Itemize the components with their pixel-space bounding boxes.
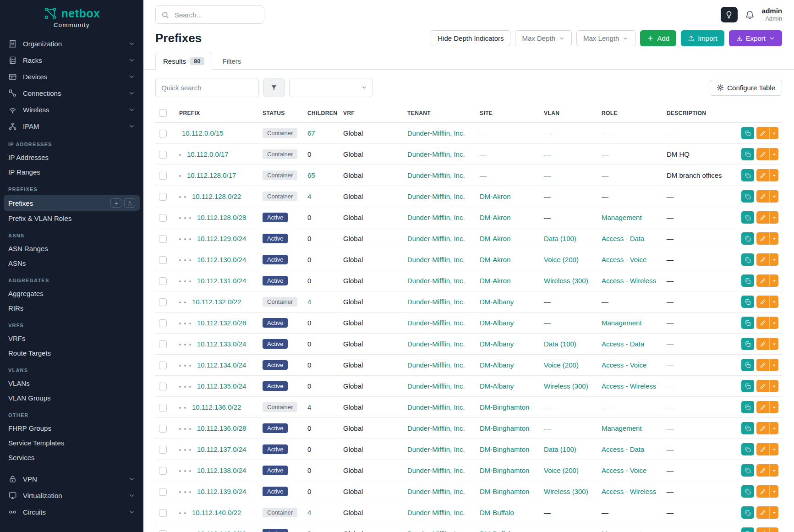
role-link[interactable]: Access - Wireless [602,488,656,495]
column-header-vlan[interactable]: VLAN [540,104,598,123]
edit-button[interactable] [756,296,769,308]
sidebar-item-asns[interactable]: ASNs [4,256,140,270]
brand[interactable]: netbox Community [0,6,143,28]
sidebar-item-vlan-groups[interactable]: VLAN Groups [4,391,140,405]
row-actions-dropdown[interactable] [769,296,778,308]
site-link[interactable]: DM-Binghamton [480,466,529,474]
row-actions-dropdown[interactable] [769,401,778,413]
row-actions-dropdown[interactable] [769,127,778,139]
row-actions-dropdown[interactable] [769,190,778,203]
column-header-vrf[interactable]: VRF [340,104,404,123]
site-link[interactable]: DM-Akron [480,277,511,285]
tenant-link[interactable]: Dunder-Mifflin, Inc. [407,488,465,495]
role-link[interactable]: Access - Data [602,445,644,453]
sidebar-item-ipam[interactable]: IPAM [4,118,140,134]
row-checkbox[interactable] [159,235,167,243]
max-length-dropdown[interactable]: Max Length [576,30,635,46]
quick-import-button[interactable] [124,198,135,208]
column-header-prefix[interactable]: PREFIX [175,104,259,123]
children-count-link[interactable]: 4 [307,509,311,516]
sidebar-item-racks[interactable]: Racks [4,52,140,68]
copy-button[interactable] [741,296,754,308]
site-link[interactable]: DM-Albany [480,319,514,327]
prefix-link[interactable]: 10.112.132.0/22 [192,298,241,306]
copy-button[interactable] [741,527,754,532]
site-link[interactable]: DM-Binghamton [480,445,529,453]
column-header-tenant[interactable]: TENANT [404,104,476,123]
role-link[interactable]: Access - Data [602,340,644,348]
sidebar-item-vpn[interactable]: VPN [4,471,140,487]
sidebar-item-rirs[interactable]: RIRs [4,301,140,315]
prefix-link[interactable]: 10.112.140.0/28 [197,530,246,532]
tenant-link[interactable]: Dunder-Mifflin, Inc. [407,466,465,474]
column-header-role[interactable]: ROLE [598,104,663,123]
copy-button[interactable] [741,380,754,392]
prefix-link[interactable]: 10.112.138.0/24 [197,466,246,474]
tenant-link[interactable]: Dunder-Mifflin, Inc. [407,424,465,432]
copy-button[interactable] [741,274,754,287]
tenant-link[interactable]: Dunder-Mifflin, Inc. [407,214,465,221]
children-count-link[interactable]: 4 [307,192,311,200]
tenant-link[interactable]: Dunder-Mifflin, Inc. [407,445,465,453]
site-link[interactable]: DM-Albany [480,340,514,348]
row-actions-dropdown[interactable] [769,506,778,519]
row-checkbox[interactable] [159,172,167,180]
tenant-link[interactable]: Dunder-Mifflin, Inc. [407,509,465,516]
edit-button[interactable] [756,443,769,455]
vlan-link[interactable]: Voice (200) [544,361,579,369]
global-search-input[interactable] [174,11,258,19]
row-checkbox[interactable] [159,446,167,454]
row-actions-dropdown[interactable] [769,317,778,329]
role-link[interactable]: Access - Data [602,235,644,242]
import-button[interactable]: Import [681,30,724,46]
site-link[interactable]: DM-Akron [480,192,511,200]
edit-button[interactable] [756,527,769,532]
site-link[interactable]: DM-Buffalo [480,509,514,516]
row-checkbox[interactable] [159,488,167,496]
tenant-link[interactable]: Dunder-Mifflin, Inc. [407,277,465,285]
row-checkbox[interactable] [159,256,167,264]
vlan-link[interactable]: Voice (200) [544,466,579,474]
tenant-link[interactable]: Dunder-Mifflin, Inc. [407,319,465,327]
row-actions-dropdown[interactable] [769,464,778,477]
site-link[interactable]: DM-Binghamton [480,488,529,495]
copy-button[interactable] [741,443,754,455]
copy-button[interactable] [741,127,754,139]
sidebar-item-connections[interactable]: Connections [4,85,140,101]
copy-button[interactable] [741,485,754,498]
theme-toggle-button[interactable] [721,7,738,22]
row-checkbox[interactable] [159,151,167,159]
sidebar-item-vlans[interactable]: VLANs [4,376,140,390]
tenant-link[interactable]: Dunder-Mifflin, Inc. [407,235,465,242]
sidebar-item-circuits[interactable]: Circuits [4,504,140,520]
sidebar-item-ip-addresses[interactable]: IP Addresses [4,150,140,165]
tenant-link[interactable]: Dunder-Mifflin, Inc. [407,192,465,200]
saved-filter-select[interactable] [289,78,372,97]
edit-button[interactable] [756,359,769,371]
row-checkbox[interactable] [159,193,167,201]
notifications-bell-icon[interactable] [745,10,755,20]
row-actions-dropdown[interactable] [769,422,778,434]
prefix-link[interactable]: 10.112.132.0/28 [197,319,246,327]
prefix-link[interactable]: 10.112.135.0/24 [197,382,246,390]
vlan-link[interactable]: Data (100) [544,235,576,242]
prefix-link[interactable]: 10.112.128.0/28 [197,214,246,221]
sidebar-item-organization[interactable]: Organization [4,36,140,52]
configure-table-button[interactable]: Configure Table [710,80,782,96]
tenant-link[interactable]: Dunder-Mifflin, Inc. [407,129,465,137]
row-actions-dropdown[interactable] [769,338,778,350]
edit-button[interactable] [756,401,769,413]
row-actions-dropdown[interactable] [769,253,778,266]
copy-button[interactable] [741,148,754,160]
prefix-link[interactable]: 10.112.139.0/24 [197,488,246,495]
edit-button[interactable] [756,338,769,350]
copy-button[interactable] [741,338,754,350]
edit-button[interactable] [756,232,769,245]
edit-button[interactable] [756,506,769,519]
row-actions-dropdown[interactable] [769,274,778,287]
prefix-link[interactable]: 10.112.140.0/22 [192,509,241,516]
row-actions-dropdown[interactable] [769,169,778,181]
tab-filters[interactable]: Filters [215,53,249,70]
row-actions-dropdown[interactable] [769,443,778,455]
role-link[interactable]: Access - Voice [602,256,646,263]
